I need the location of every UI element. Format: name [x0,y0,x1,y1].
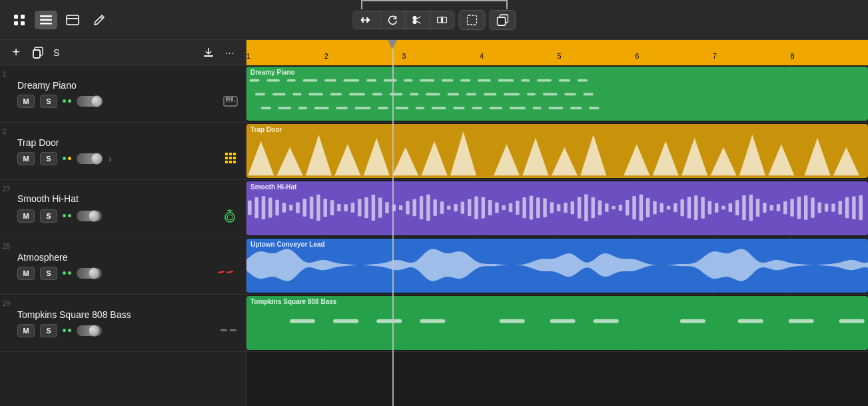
svg-rect-78 [484,93,497,96]
solo-button[interactable]: S [40,209,57,223]
solo-button[interactable]: S [40,152,57,165]
volume-knob[interactable] [77,268,102,279]
list-view-button[interactable] [35,11,57,29]
scissors-button[interactable] [405,11,430,29]
svg-rect-46 [220,329,227,331]
window-button[interactable] [61,11,84,29]
svg-rect-50 [287,79,296,82]
svg-rect-213 [333,319,358,323]
track-lane[interactable]: Trap Door [246,123,868,180]
svg-rect-54 [366,79,376,82]
track-region[interactable]: Trap Door [246,124,868,178]
add-track-button[interactable]: + [8,45,24,61]
track-name: Atmosphere [17,252,238,263]
volume-thumb[interactable] [88,267,100,279]
svg-rect-124 [262,196,265,219]
timeline-ruler[interactable]: 123456789 [246,40,868,65]
svg-rect-203 [804,195,807,219]
svg-rect-35 [229,157,232,159]
copy-track-button[interactable] [31,45,47,61]
svg-rect-177 [626,200,629,215]
svg-rect-85 [278,107,292,109]
track-lane[interactable]: Dreamy Piano [246,65,868,123]
svg-rect-207 [831,203,835,211]
track-region[interactable]: Smooth Hi-Hat [246,181,868,235]
svg-rect-127 [282,203,286,213]
svg-rect-202 [797,197,801,219]
mute-button[interactable]: M [17,152,35,165]
svg-rect-71 [349,93,365,96]
svg-marker-108 [422,141,448,175]
track-more-button[interactable]: ··· [222,45,238,61]
track-region[interactable]: Dreamy Piano [246,67,868,121]
mute-button[interactable]: M [17,95,35,108]
svg-rect-140 [372,195,375,221]
mute-button[interactable]: M [17,209,35,223]
svg-rect-160 [509,203,512,212]
volume-knob[interactable] [77,96,102,107]
svg-rect-149 [433,199,436,216]
loop-button[interactable] [380,11,405,29]
more-button[interactable] [855,19,860,21]
track-region[interactable]: Tompkins Square 808 Bass [246,296,868,350]
track-lane[interactable]: Smooth Hi-Hat [246,180,868,237]
svg-rect-185 [680,199,683,216]
svg-rect-69 [308,93,323,96]
svg-rect-168 [564,203,567,213]
volume-thumb[interactable] [88,210,100,222]
ruler-mark: 1 [246,52,250,60]
track-number: 1 [3,71,7,78]
volume-thumb[interactable] [91,153,103,165]
track-region[interactable]: Uptown Conveyor Lead [246,239,868,293]
toolbar [0,0,868,40]
svg-marker-112 [552,147,578,175]
download-button[interactable] [201,45,217,61]
svg-rect-7 [67,15,79,25]
level-dots [63,271,71,275]
pencil-button[interactable] [88,11,111,29]
volume-knob[interactable] [77,211,102,221]
mute-button[interactable]: M [17,267,35,280]
track-lane[interactable]: Uptown Conveyor Lead [246,237,868,295]
level-dots [63,214,71,217]
svg-rect-61 [498,79,514,82]
svg-rect-150 [440,201,444,214]
svg-rect-65 [578,79,588,82]
solo-button[interactable]: S [40,324,57,337]
svg-rect-211 [859,195,862,220]
svg-rect-195 [749,195,753,221]
svg-rect-219 [680,319,705,323]
solo-button[interactable]: S [40,267,57,280]
track-number: 2 [3,128,7,135]
svg-rect-137 [351,203,354,213]
volume-knob[interactable] [77,153,102,164]
svg-rect-51 [303,79,318,82]
volume-thumb[interactable] [88,325,100,337]
volume-thumb[interactable] [91,95,103,107]
mute-button[interactable]: M [17,324,35,337]
volume-knob[interactable] [77,325,102,336]
svg-rect-152 [454,204,457,211]
solo-button[interactable]: S [40,95,57,108]
track-lane[interactable]: Tompkins Square 808 Bass [246,295,868,352]
svg-rect-44 [218,271,224,273]
svg-rect-39 [233,161,236,163]
grid-view-button[interactable] [8,11,31,29]
svg-rect-92 [416,107,424,109]
tracks-timeline: Dreamy PianoTrap DoorSmooth Hi-HatUptown… [246,65,868,406]
copy-button[interactable] [489,10,516,30]
expand-button[interactable]: › [107,152,113,165]
ruler-mark: 2 [324,52,328,60]
split-button[interactable] [430,11,454,29]
svg-rect-128 [289,205,292,210]
svg-rect-200 [783,201,787,214]
svg-rect-76 [448,93,459,96]
svg-rect-99 [548,107,563,109]
svg-rect-11 [437,17,441,23]
track-icon [222,208,238,224]
ruler-mark: 8 [790,52,794,60]
select-button[interactable] [458,10,485,30]
svg-rect-53 [343,79,359,82]
merge-button[interactable] [353,11,380,29]
svg-rect-174 [605,203,608,212]
